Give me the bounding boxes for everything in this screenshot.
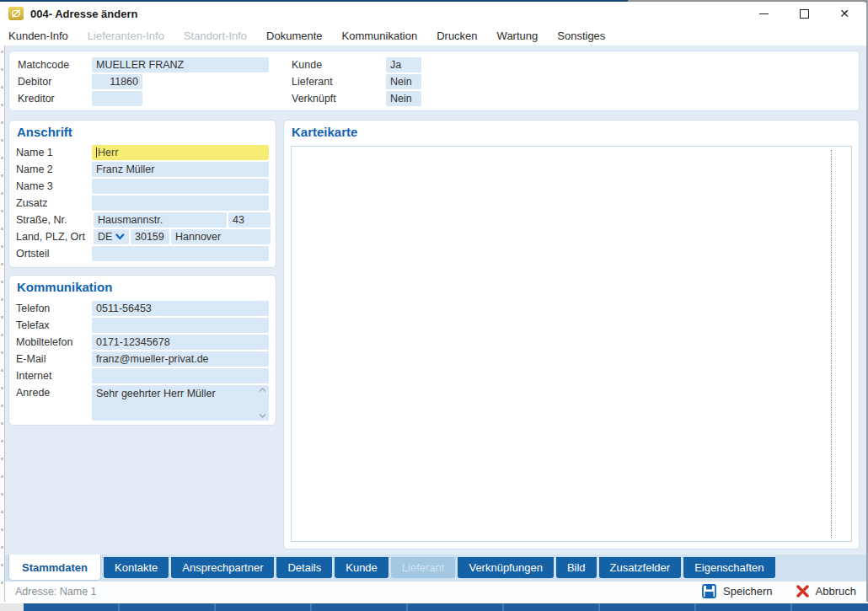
- tab-eigenschaften[interactable]: Eigenschaften: [683, 557, 774, 578]
- titlebar: 004- Adresse ändern ✕: [0, 2, 865, 25]
- minimize-icon: [759, 13, 769, 14]
- maximize-icon: [800, 9, 809, 19]
- lieferant-field[interactable]: Nein: [386, 74, 421, 89]
- zusatz-field[interactable]: [92, 196, 269, 211]
- hausnummer-field[interactable]: 43: [228, 212, 271, 228]
- karteikarte-card: Karteikarte: [283, 120, 860, 549]
- anschrift-card: Anschrift Name 1 Herr Name 2 Franz Mülle…: [8, 120, 276, 268]
- email-label: E-Mail: [16, 353, 92, 365]
- strasse-field[interactable]: Hausmannstr.: [94, 212, 227, 228]
- maximize-button[interactable]: [784, 2, 824, 25]
- zusatz-label: Zusatz: [16, 197, 92, 209]
- ortsteil-field[interactable]: [92, 246, 269, 261]
- kommunikation-card: Kommunikation Telefon 0511-56453 Telefax…: [8, 275, 276, 426]
- telefax-label: Telefax: [16, 319, 92, 331]
- karteikarte-margin-line: [831, 150, 832, 538]
- tab-verknuepfungen[interactable]: Verknüpfungen: [458, 557, 553, 578]
- verknuepft-label: Verknüpft: [292, 93, 386, 105]
- statusbar-text: Adresse: Name 1: [15, 586, 97, 598]
- tab-details[interactable]: Details: [276, 557, 332, 578]
- statusbar: Adresse: Name 1 Speichern Abbruch: [5, 581, 866, 601]
- menubar: Kunden-Info Lieferanten-Info Standort-In…: [0, 25, 865, 46]
- karteikarte-title: Karteikarte: [292, 125, 357, 139]
- anrede-scrollbar[interactable]: [257, 386, 268, 420]
- menu-kommunikation[interactable]: Kommunikation: [342, 29, 418, 42]
- ort-field[interactable]: Hannover: [171, 229, 271, 244]
- scroll-up-icon[interactable]: [259, 388, 266, 393]
- name2-label: Name 2: [16, 163, 92, 175]
- cancel-button[interactable]: Abbruch: [796, 585, 856, 598]
- email-field[interactable]: franz@mueller-privat.de: [92, 351, 269, 367]
- debitor-label: Debitor: [18, 76, 92, 88]
- kreditor-label: Kreditor: [18, 93, 92, 105]
- tabstrip: Stammdaten Kontakte Ansprechpartner Deta…: [5, 555, 866, 581]
- anschrift-title: Anschrift: [17, 125, 72, 139]
- kommunikation-title: Kommunikation: [17, 280, 112, 294]
- internet-field[interactable]: [92, 368, 269, 383]
- land-combo[interactable]: DE: [94, 229, 129, 244]
- land-plz-ort-label: Land, PLZ, Ort: [16, 231, 92, 243]
- text-cursor: [96, 147, 97, 158]
- kreditor-field[interactable]: [92, 91, 142, 106]
- taskbar-sliver[interactable]: [0, 603, 868, 611]
- name3-label: Name 3: [16, 180, 92, 192]
- chevron-down-icon: [115, 233, 125, 240]
- tab-kontakte[interactable]: Kontakte: [104, 557, 169, 578]
- red-x-icon: [796, 585, 809, 598]
- cancel-label: Abbruch: [816, 585, 856, 598]
- save-button[interactable]: Speichern: [702, 584, 773, 598]
- save-label: Speichern: [723, 585, 773, 598]
- matchcode-label: Matchcode: [18, 59, 92, 71]
- verknuepft-field[interactable]: Nein: [386, 91, 421, 106]
- menu-standort-info: Standort-Info: [184, 29, 247, 42]
- menu-sonstiges[interactable]: Sonstiges: [557, 29, 605, 42]
- menu-dokumente[interactable]: Dokumente: [266, 29, 322, 42]
- close-icon: ✕: [839, 8, 849, 19]
- name3-field[interactable]: [92, 179, 269, 194]
- name1-field[interactable]: Herr: [92, 145, 269, 160]
- plz-field[interactable]: 30159: [131, 229, 169, 244]
- scroll-down-icon[interactable]: [259, 413, 266, 418]
- tab-zusatzfelder[interactable]: Zusatzfelder: [599, 557, 682, 578]
- telefon-field[interactable]: 0511-56453: [92, 301, 269, 316]
- tab-lieferant: Lieferant: [391, 557, 456, 578]
- matchcode-field[interactable]: MUELLER FRANZ: [92, 57, 269, 72]
- menu-wartung[interactable]: Wartung: [497, 29, 538, 42]
- floppy-disk-icon: [702, 584, 716, 598]
- debitor-field[interactable]: 11860: [92, 74, 142, 89]
- tab-stammdaten[interactable]: Stammdaten: [8, 555, 101, 581]
- menu-drucken[interactable]: Drucken: [437, 29, 477, 42]
- mobiltelefon-field[interactable]: 0171-12345678: [92, 335, 269, 350]
- telefax-field[interactable]: [92, 318, 269, 333]
- mobiltelefon-label: Mobiltelefon: [16, 336, 92, 348]
- name1-label: Name 1: [16, 147, 92, 158]
- telefon-label: Telefon: [16, 303, 92, 314]
- close-button[interactable]: ✕: [824, 2, 865, 25]
- menu-kunden-info[interactable]: Kunden-Info: [8, 29, 68, 42]
- menu-lieferanten-info: Lieferanten-Info: [88, 29, 164, 42]
- karteikarte-editor[interactable]: [291, 146, 852, 542]
- ortsteil-label: Ortsteil: [16, 248, 92, 260]
- tab-ansprechpartner[interactable]: Ansprechpartner: [171, 557, 274, 578]
- internet-label: Internet: [16, 370, 92, 382]
- tab-kunde[interactable]: Kunde: [335, 557, 388, 578]
- kunde-label: Kunde: [292, 59, 386, 71]
- background-window-sliver-left: [0, 46, 5, 602]
- window-title: 004- Adresse ändern: [30, 8, 137, 20]
- app-icon: [8, 7, 24, 20]
- minimize-button[interactable]: [743, 2, 784, 25]
- lieferant-label: Lieferant: [292, 76, 386, 88]
- name2-field[interactable]: Franz Müller: [92, 162, 269, 177]
- kunde-field[interactable]: Ja: [386, 57, 421, 72]
- anrede-textarea[interactable]: Sehr geehrter Herr Müller: [92, 385, 269, 421]
- anrede-label: Anrede: [16, 385, 92, 399]
- tab-bild[interactable]: Bild: [556, 557, 597, 578]
- header-card: Matchcode MUELLER FRANZ Debitor 11860 Kr…: [8, 51, 860, 111]
- strasse-label: Straße, Nr.: [16, 214, 92, 226]
